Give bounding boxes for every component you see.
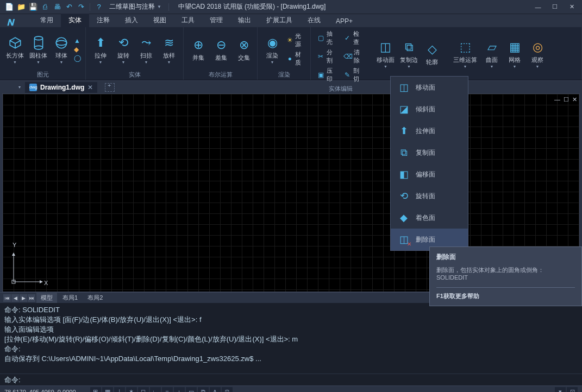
plot-icon[interactable]: 🖶	[52, 2, 62, 12]
layout-tab-model[interactable]: 模型	[36, 293, 57, 303]
silhouette-button[interactable]: ◇轮廓	[422, 35, 442, 74]
status-menu[interactable]: ▾	[555, 387, 566, 393]
torus-icon[interactable]: ◯	[74, 54, 81, 62]
help-icon[interactable]: ?	[94, 2, 104, 12]
open-icon[interactable]: 📁	[16, 2, 26, 12]
command-input-row[interactable]: 命令:	[0, 374, 582, 385]
face-edit-dropdown: ◫移动面 ◪倾斜面 ⬆拉伸面 ⧉复制面 ◧偏移面 ⟲旋转面 ◆着色面 ◫✕删除面	[390, 76, 468, 251]
tab-common[interactable]: 常用	[33, 14, 61, 27]
wedge-icon[interactable]: ◆	[74, 46, 81, 53]
anno-toggle[interactable]: A	[210, 387, 221, 393]
extrude-button[interactable]: ⬆拉伸▼	[90, 30, 111, 69]
cycle-toggle[interactable]: ⧉	[198, 387, 209, 393]
sphere-button[interactable]: 球体▼	[51, 30, 72, 69]
slice-button[interactable]: ✎剖切	[342, 66, 366, 84]
scroll-prev[interactable]: ◀	[11, 294, 19, 302]
layout-tab-1[interactable]: 布局1	[58, 293, 82, 303]
shell-button[interactable]: ▢抽壳	[315, 29, 340, 47]
tab-app[interactable]: APP+	[328, 15, 360, 27]
snap-toggle[interactable]: ⊞	[90, 387, 101, 393]
menu-taperface[interactable]: ◪倾斜面	[391, 98, 468, 120]
document-tab[interactable]: dwg Drawing1.dwg ✕	[25, 82, 97, 93]
polysolid-icon[interactable]: ▲	[74, 37, 81, 45]
scroll-first[interactable]: ⏮	[3, 294, 11, 302]
cylinder-icon	[31, 35, 46, 50]
box-button[interactable]: 长方体▼	[4, 30, 26, 69]
otrack-toggle[interactable]: ∟	[150, 387, 161, 393]
union-button[interactable]: ⊕并集	[188, 30, 209, 69]
status-clean[interactable]: ⊡	[567, 387, 578, 393]
ucs-x-label: X	[44, 280, 48, 286]
polar-toggle[interactable]: ✶	[126, 387, 137, 393]
workspace-selector[interactable]: 二维草图与注释 ▼	[106, 2, 165, 11]
new-document-button[interactable]	[105, 83, 115, 92]
material-button[interactable]: ●材质	[285, 50, 306, 67]
cmd-line: 输入面编辑选项	[4, 325, 578, 334]
tab-annotate[interactable]: 注释	[89, 14, 117, 27]
revolve-button[interactable]: ⟲旋转▼	[113, 30, 134, 69]
copyedge-button[interactable]: ⧉复制边▼	[398, 35, 420, 74]
svg-marker-7	[40, 280, 43, 283]
grid-toggle[interactable]: ▦	[102, 387, 113, 393]
save-icon[interactable]: 💾	[28, 2, 38, 12]
check-button[interactable]: ✓检查	[342, 29, 366, 47]
group-label: 布尔运算	[188, 69, 253, 79]
cylinder-button[interactable]: 圆柱体▼	[28, 30, 49, 69]
osnap-toggle[interactable]: ◻	[138, 387, 149, 393]
menu-colorface[interactable]: ◆着色面	[391, 207, 468, 229]
tab-online[interactable]: 在线	[300, 14, 328, 27]
loft-button[interactable]: ≋放样▼	[159, 30, 179, 69]
command-history[interactable]: 命令: SOLIDEDIT 输入实体编辑选项 [面(F)/边(E)/体(B)/放…	[0, 303, 582, 374]
view-button[interactable]: ◎观察▼	[527, 35, 548, 74]
clean-button[interactable]: ⌫清除	[342, 48, 366, 65]
undo-icon[interactable]: ↶	[64, 2, 74, 12]
lwt-toggle[interactable]: ≡	[162, 387, 173, 393]
imprint-button[interactable]: ▣压印	[315, 66, 340, 84]
saveas-icon[interactable]: ⎙	[40, 2, 50, 12]
scale-toggle[interactable]: ⚖	[222, 387, 233, 393]
moveface-button[interactable]: ◫移动面▼	[375, 35, 396, 74]
dyn-toggle[interactable]: +	[174, 387, 185, 393]
tab-manage[interactable]: 管理	[202, 14, 230, 27]
model-toggle[interactable]: ▭	[186, 387, 197, 393]
split-button[interactable]: ✂分割	[315, 48, 340, 65]
render-button[interactable]: ◉渲染▼	[262, 30, 283, 69]
tab-tools[interactable]: 工具	[174, 14, 202, 27]
close-button[interactable]: ✕	[564, 1, 580, 13]
maximize-button[interactable]: ☐	[547, 1, 563, 13]
ortho-toggle[interactable]: ⊥	[114, 387, 125, 393]
tab-ext[interactable]: 扩展工具	[259, 14, 300, 27]
tab-view[interactable]: 视图	[146, 14, 174, 27]
vp-maximize[interactable]: ☐	[564, 96, 569, 103]
group-label: 实体	[90, 69, 179, 79]
light-button[interactable]: ☀光源	[285, 31, 306, 49]
group-label: 图元	[4, 69, 81, 79]
vp-close[interactable]: ✕	[572, 96, 577, 103]
subtract-button[interactable]: ⊖差集	[211, 30, 231, 69]
intersect-button[interactable]: ⊗交集	[234, 30, 254, 69]
layout-tab-2[interactable]: 布局2	[83, 293, 107, 303]
menu-copyface[interactable]: ⧉复制面	[391, 142, 468, 163]
ribbon-group-render: ◉渲染▼ ☀光源 ●材质 渲染	[258, 27, 311, 80]
menu-moveface[interactable]: ◫移动面	[391, 77, 468, 98]
3dop-button[interactable]: ⬚三维运算▼	[451, 35, 479, 74]
tab-insert[interactable]: 插入	[117, 14, 146, 27]
mesh-button[interactable]: ▦网格▼	[504, 35, 525, 74]
scroll-last[interactable]: ⏭	[28, 294, 35, 302]
menu-extrudeface[interactable]: ⬆拉伸面	[391, 120, 468, 142]
menu-rotateface[interactable]: ⟲旋转面	[391, 185, 468, 207]
scroll-next[interactable]: ▶	[20, 294, 27, 302]
minimize-button[interactable]: —	[530, 1, 546, 13]
doctab-scroll-left[interactable]: ▾	[16, 85, 23, 90]
new-icon[interactable]: 📄	[4, 2, 14, 12]
close-tab-icon[interactable]: ✕	[87, 84, 93, 91]
view-icon: ◎	[530, 40, 545, 55]
tab-solid[interactable]: 实体	[61, 14, 89, 27]
sweep-button[interactable]: ⤳扫掠▼	[136, 30, 157, 69]
menu-offsetface[interactable]: ◧偏移面	[391, 163, 468, 185]
vp-minimize[interactable]: —	[554, 96, 560, 103]
shell-icon: ▢	[317, 34, 324, 42]
tab-output[interactable]: 输出	[230, 14, 259, 27]
redo-icon[interactable]: ↷	[76, 2, 86, 12]
surface-button[interactable]: ▱曲面▼	[481, 35, 502, 74]
